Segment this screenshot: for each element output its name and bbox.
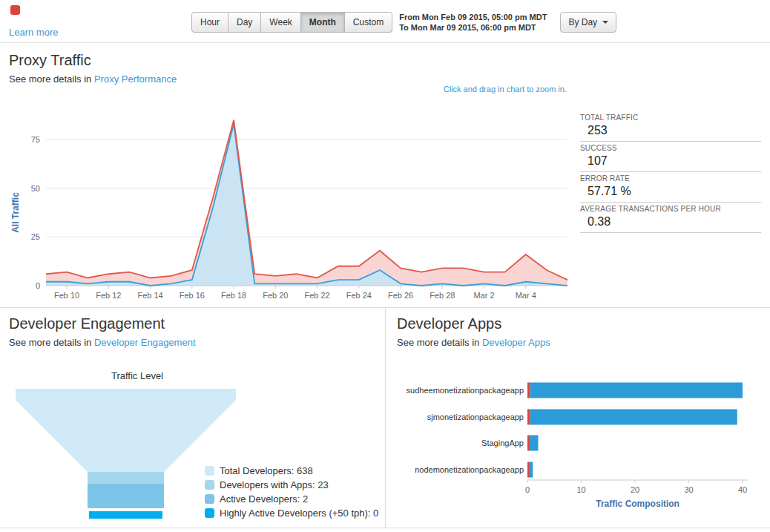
bottom-sections: Developer Engagement See more details in… [0,308,770,528]
developer-apps-subtitle: See more details in Developer Apps [397,337,761,348]
date-to: To Mon Mar 09 2015, 06:00 pm MDT [399,22,547,33]
legend-item[interactable]: Total Developers: 638 [205,464,390,478]
date-range: From Mon Feb 09 2015, 05:00 pm MDT To Mo… [399,12,547,33]
developer-apps-section: Developer Apps See more details in Devel… [386,308,770,528]
stat-value: 253 [580,124,761,137]
funnel-chart-wrap: Traffic Level Total Developers: 638Devel… [9,370,266,522]
x-axis-title: Traffic Composition [596,499,679,509]
developer-apps-title: Developer Apps [397,315,761,332]
x-tick-label: 10 [576,485,585,494]
bar-category-label: StagingApp [481,439,524,447]
legend-swatch-icon [205,466,214,476]
range-button-month[interactable]: Month [301,12,345,33]
legend-item[interactable]: Active Developers: 2 [205,492,390,506]
developer-apps-bar-chart[interactable]: sudheemonetizationpackageappsjmonetizati… [397,376,757,511]
subtitle-text: See more details in [9,73,91,85]
range-button-day[interactable]: Day [228,12,261,33]
topbar: Learn more HourDayWeekMonthCustom From M… [0,0,770,43]
success-bar-segment[interactable] [530,383,743,398]
proxy-traffic-subtitle: See more details in Proxy Performance [9,73,761,85]
error-bar-segment[interactable] [527,436,530,451]
developer-engagement-subtitle: See more details in Developer Engagement [9,337,376,348]
x-tick-label: Feb 18 [221,291,246,298]
funnel-segment-total-developers[interactable] [16,389,236,472]
stat-value: 0.38 [580,215,761,229]
success-area [46,124,567,286]
traffic-stats: TOTAL TRAFFIC253SUCCESS107ERROR RATE57.7… [580,111,761,233]
stat-row: ERROR RATE57.71 % [580,172,761,203]
all-traffic-line [46,120,567,280]
analytics-dashboard: Learn more HourDayWeekMonthCustom From M… [0,0,770,528]
funnel-segment-developers-with-apps[interactable] [88,472,164,484]
range-button-hour[interactable]: Hour [191,12,228,33]
funnel-segment-highly-active-developers[interactable] [89,511,162,519]
stat-label: TOTAL TRAFFIC [580,114,761,122]
stat-label: AVERAGE TRANSACTIONS PER HOUR [580,205,761,214]
proxy-traffic-chart[interactable]: 0255075Feb 10Feb 12Feb 14Feb 16Feb 18Feb… [9,96,577,298]
x-tick-label: Feb 12 [96,291,121,298]
range-button-week[interactable]: Week [261,12,300,33]
error-bar-segment[interactable] [527,383,530,398]
x-tick-label: 30 [684,485,693,494]
x-tick-label: Feb 16 [180,291,205,298]
y-tick-label: 25 [31,232,40,241]
x-tick-label: Mar 2 [473,291,494,298]
proxy-traffic-body: 0255075Feb 10Feb 12Feb 14Feb 16Feb 18Feb… [9,85,761,298]
x-tick-label: Mar 4 [516,291,536,298]
legend-swatch-icon [205,494,214,504]
date-from: From Mon Feb 09 2015, 05:00 pm MDT [399,12,547,22]
developer-engagement-section: Developer Engagement See more details in… [0,308,386,528]
x-tick-label: 0 [525,485,530,494]
funnel-segment-active-developers[interactable] [88,484,164,508]
brand-icon [10,5,20,15]
funnel-legend: Total Developers: 638Developers with App… [205,464,390,520]
x-tick-label: Feb 14 [137,291,162,298]
proxy-performance-link[interactable]: Proxy Performance [94,73,177,85]
bar-category-label: nodemonetizationpackageapp [415,465,524,474]
success-bar-segment[interactable] [530,462,533,478]
x-tick-label: Feb 28 [430,291,455,298]
learn-more-link[interactable]: Learn more [9,27,58,38]
x-tick-label: Feb 24 [346,291,372,298]
legend-item[interactable]: Developers with Apps: 23 [205,478,390,492]
subtitle-text: See more details in [397,337,479,348]
x-tick-label: Feb 22 [304,291,329,298]
success-bar-segment[interactable] [530,410,737,425]
stat-label: SUCCESS [580,144,761,153]
legend-label: Developers with Apps: 23 [220,479,329,490]
legend-label: Highly Active Developers (+50 tph): 0 [220,508,378,519]
x-tick-label: 40 [738,485,747,494]
range-button-custom[interactable]: Custom [345,12,392,33]
developer-engagement-title: Developer Engagement [9,315,376,332]
y-axis-title: All Traffic [10,192,21,233]
legend-label: Active Developers: 2 [220,493,308,505]
zoom-hint: Click and drag in chart to zoom in. [444,85,567,93]
developer-engagement-link[interactable]: Developer Engagement [94,337,196,348]
legend-item[interactable]: Highly Active Developers (+50 tph): 0 [205,506,390,520]
y-tick-label: 75 [31,135,40,144]
stat-row: SUCCESS107 [580,142,761,172]
all-traffic-area [46,120,567,286]
subtitle-text: See more details in [9,337,91,348]
x-tick-label: Feb 20 [263,291,288,298]
stat-label: ERROR RATE [580,174,761,183]
stat-row: AVERAGE TRANSACTIONS PER HOUR0.38 [580,203,761,233]
proxy-traffic-section: Proxy Traffic See more details in Proxy … [0,43,770,308]
stat-value: 107 [580,154,761,168]
stat-row: TOTAL TRAFFIC253 [580,111,761,142]
success-line [46,124,567,286]
bar-category-label: sudheemonetizationpackageapp [407,386,524,395]
error-bar-segment[interactable] [527,410,530,425]
by-day-dropdown[interactable]: By Day [560,12,616,33]
legend-label: Total Developers: 638 [220,465,313,476]
x-tick-label: Feb 26 [388,291,413,298]
funnel-chart-title: Traffic Level [9,370,266,382]
legend-swatch-icon [205,508,214,518]
legend-swatch-icon [205,480,214,490]
by-day-label: By Day [568,17,597,27]
error-bar-segment[interactable] [527,462,530,478]
success-bar-segment[interactable] [530,436,539,451]
x-tick-label: 20 [631,485,639,494]
developer-apps-link[interactable]: Developer Apps [482,337,550,348]
caret-down-icon [602,21,608,24]
